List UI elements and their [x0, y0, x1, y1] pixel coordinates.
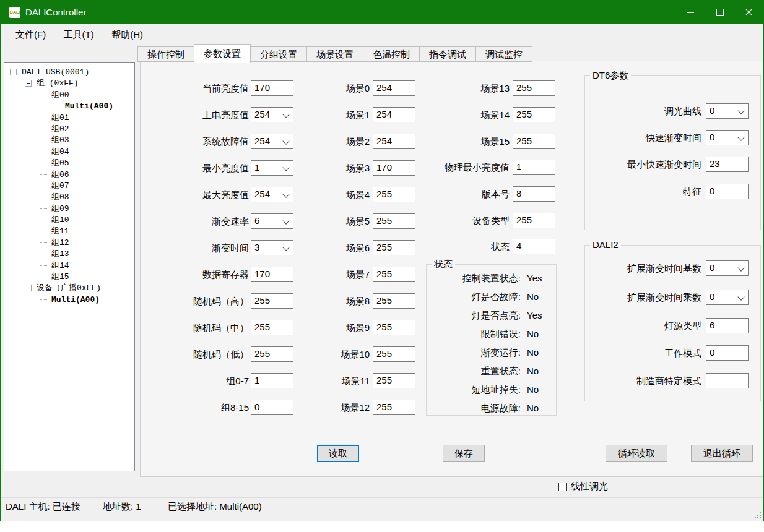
- close-button[interactable]: [734, 1, 763, 24]
- resize-grip[interactable]: [760, 517, 761, 518]
- scene-input[interactable]: 255: [373, 346, 415, 362]
- device-type-input[interactable]: 255: [513, 213, 555, 228]
- tree-item[interactable]: Multi(A00): [4, 100, 134, 111]
- app-window: DALI DALIController 文件(F) 工具(T) 帮助(H) DA…: [0, 0, 764, 521]
- read-button[interactable]: 读取: [317, 445, 359, 462]
- scene-input[interactable]: 255: [373, 267, 415, 282]
- extended-fade-time-base-combobox[interactable]: 0: [706, 260, 749, 276]
- field-label: 最小快速渐变时间: [585, 157, 701, 172]
- menu-tools[interactable]: 工具(T): [64, 24, 94, 45]
- extended-fade-time-multiplier-combobox[interactable]: 0: [706, 290, 749, 305]
- tree-item[interactable]: 组07: [4, 180, 134, 191]
- tab-scene-settings[interactable]: 场景设置: [306, 46, 363, 62]
- scene-input[interactable]: 255: [513, 107, 555, 122]
- tree-item[interactable]: 组03: [4, 134, 134, 145]
- tree-item[interactable]: 组12: [4, 237, 134, 248]
- maximize-icon: [716, 9, 724, 16]
- tab-debug-monitor[interactable]: 调试监控: [475, 46, 532, 62]
- close-icon: [745, 8, 753, 16]
- linear-dimming-option: 线性调光: [558, 481, 608, 493]
- menu-help[interactable]: 帮助(H): [111, 24, 143, 45]
- light-source-type-input[interactable]: 6: [706, 318, 749, 333]
- version-input[interactable]: 8: [513, 186, 555, 202]
- tree-item-label: 组09: [51, 204, 69, 213]
- minimize-icon: [687, 12, 694, 13]
- field-label: 制造商特定模式: [585, 373, 701, 388]
- tree-item[interactable]: 组14: [4, 260, 134, 271]
- field-label: 组0-7: [142, 373, 249, 388]
- combobox-value: 0: [710, 290, 714, 304]
- tree-item[interactable]: 组13: [4, 248, 134, 259]
- minimize-button[interactable]: [676, 1, 705, 24]
- scene-input[interactable]: 255: [513, 134, 555, 149]
- field-label: 特征: [585, 184, 701, 199]
- tree-item[interactable]: 组02: [4, 123, 134, 134]
- tab-command-debug[interactable]: 指令调试: [419, 46, 476, 62]
- maximize-button[interactable]: [705, 1, 734, 24]
- fast-fade-time-combobox[interactable]: 0: [706, 130, 749, 145]
- field-label: 随机码（低）: [142, 346, 249, 362]
- scene-input[interactable]: 255: [373, 213, 415, 229]
- tree-item[interactable]: 组08: [4, 191, 134, 202]
- tree-expander-icon[interactable]: [40, 92, 46, 98]
- tree-connector: [40, 208, 48, 209]
- tree-item[interactable]: 组00: [4, 89, 134, 100]
- menu-file[interactable]: 文件(F): [15, 24, 46, 45]
- scene-input[interactable]: 255: [373, 240, 415, 255]
- tree-item[interactable]: 组10: [4, 214, 134, 225]
- tree-item-label: 组00: [51, 90, 69, 100]
- linear-dimming-checkbox[interactable]: [558, 483, 567, 491]
- combobox-value: 6: [254, 214, 259, 228]
- tree-item[interactable]: 组04: [4, 146, 134, 157]
- tree-item[interactable]: 组09: [4, 203, 134, 214]
- tab-parameter-settings[interactable]: 参数设置: [194, 44, 251, 63]
- scene-input[interactable]: 254: [373, 134, 415, 149]
- physical-min-level-input[interactable]: 1: [513, 160, 555, 175]
- save-button[interactable]: 保存: [443, 445, 485, 462]
- tree-item[interactable]: DALI USB(0001): [4, 66, 134, 77]
- tree-item[interactable]: 组11: [4, 225, 134, 236]
- tree-connector: [40, 299, 48, 300]
- chevron-down-icon: [737, 293, 744, 300]
- status-label: 灯是否点亮:: [427, 309, 521, 322]
- status-input[interactable]: 4: [513, 239, 555, 254]
- tree-item[interactable]: 组01: [4, 112, 134, 123]
- tree-item[interactable]: 组 (0xFF): [4, 77, 134, 88]
- scene-input[interactable]: 254: [373, 80, 415, 96]
- loop-read-button[interactable]: 循环读取: [606, 445, 667, 462]
- tree-connector: [40, 140, 48, 140]
- scene-input[interactable]: 255: [513, 80, 555, 96]
- dimming-curve-combobox[interactable]: 0: [706, 103, 749, 119]
- min-fast-fade-time-input[interactable]: 23: [706, 157, 749, 172]
- scene-input[interactable]: 255: [373, 320, 415, 335]
- tree-item[interactable]: 组15: [4, 271, 134, 282]
- field-label: 工作模式: [585, 345, 701, 361]
- dt6-group-title: DT6参数: [590, 70, 631, 81]
- tree-item[interactable]: 组06: [4, 169, 134, 180]
- scene-input[interactable]: 255: [373, 373, 415, 388]
- tree-item[interactable]: Multi(A00): [4, 294, 134, 305]
- exit-loop-button[interactable]: 退出循环: [691, 445, 753, 462]
- scene-input[interactable]: 255: [373, 187, 415, 202]
- scene-label: 场景1: [267, 107, 370, 122]
- tree-item[interactable]: 组05: [4, 157, 134, 168]
- manufacturer-specific-mode-input[interactable]: [706, 373, 749, 388]
- scene-input[interactable]: 255: [373, 400, 415, 415]
- tree-expander-icon[interactable]: [25, 80, 32, 87]
- status-group-title: 状态: [432, 259, 455, 270]
- scene-input[interactable]: 254: [373, 107, 415, 122]
- scene-label: 场景14: [410, 107, 510, 122]
- tree-expander-icon[interactable]: [10, 69, 17, 75]
- features-input[interactable]: 0: [706, 184, 749, 199]
- tab-operation-control[interactable]: 操作控制: [137, 46, 194, 62]
- operating-mode-input[interactable]: 0: [706, 345, 749, 361]
- tree-expander-icon[interactable]: [25, 285, 32, 291]
- tab-grouping-settings[interactable]: 分组设置: [250, 46, 307, 62]
- scene-input[interactable]: 255: [373, 293, 415, 309]
- scene-input[interactable]: 170: [373, 160, 415, 176]
- status-value: Yes: [527, 272, 542, 285]
- tab-color-temp-control[interactable]: 色温控制: [363, 46, 420, 62]
- scene-label: 场景5: [267, 213, 370, 229]
- tree-item-label: 设备（广播0xFF): [37, 283, 101, 293]
- tree-item[interactable]: 设备（广播0xFF): [4, 282, 134, 293]
